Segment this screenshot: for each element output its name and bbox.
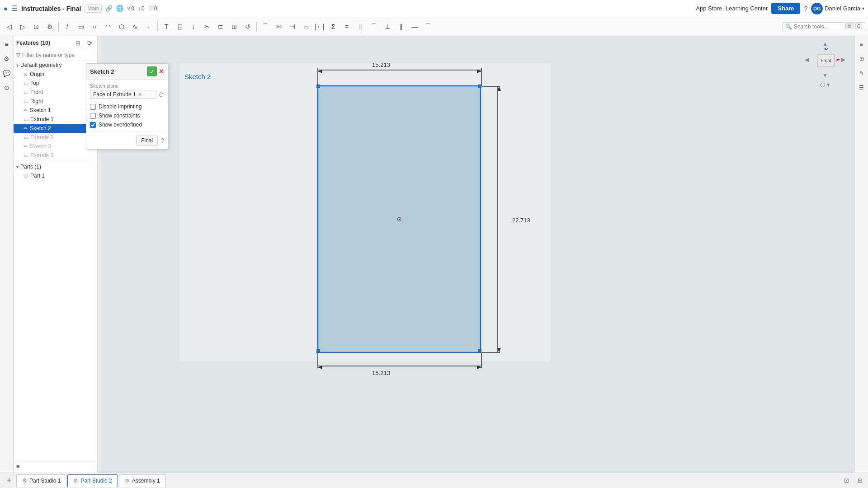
globe-icon[interactable]: 🌐 (116, 5, 123, 12)
panel-icon-refresh[interactable]: ⟳ (85, 38, 94, 48)
tool-equal[interactable]: = (340, 20, 353, 33)
view-display-btn[interactable]: ⬡ (820, 81, 825, 88)
panel-icon-filter[interactable]: ⊞ (73, 38, 83, 48)
tab-assembly-1[interactable]: ⚙ Assembly 1 (119, 474, 166, 487)
viewcube-right-arrow[interactable]: ▶ (841, 56, 845, 63)
search-tools[interactable]: 🔍 ⌘ C (782, 22, 865, 31)
viewcube-down-arrow[interactable]: ▼ (822, 72, 828, 79)
right-icon-3[interactable]: ✎ (856, 68, 867, 79)
sketch-plane-tag[interactable]: Face of Extrude 1 ✕ (90, 90, 156, 99)
tool-split[interactable]: ✂ (201, 20, 213, 33)
right-icon-1[interactable]: ≡ (856, 39, 867, 50)
tool-parallel[interactable]: ∥ (395, 20, 407, 33)
tool-project[interactable]: ↕ (187, 20, 200, 33)
add-tab-button[interactable]: + (3, 474, 15, 487)
side-icon-parts[interactable]: ⚙ (1, 53, 12, 64)
tree-item-sketch1[interactable]: ✏ Sketch 1 (14, 106, 97, 115)
tool-line[interactable]: / (61, 20, 74, 33)
plane-icon: ▭ (24, 99, 28, 104)
tree-item-front[interactable]: ▭ Front (14, 88, 97, 97)
tool-trim[interactable]: ✄ (273, 20, 285, 33)
tree-item-sketch2[interactable]: ✏ Sketch 2 (14, 124, 97, 133)
learning-center-button[interactable]: Learning Center (726, 5, 768, 12)
tool-settings[interactable]: ⚙ (43, 20, 56, 33)
tool-midpoint[interactable]: — (408, 20, 421, 33)
svg-text:Front: Front (821, 58, 831, 63)
panel-title: Features (10) (16, 40, 71, 46)
tool-polygon[interactable]: ⬡ (115, 20, 128, 33)
sketch-plane-timer-button[interactable]: ⏱ (158, 91, 164, 98)
sketch-plane-close-button[interactable]: ✕ (138, 92, 142, 98)
search-icon: 🔍 (785, 23, 792, 30)
tool-fillet[interactable]: ⌒ (259, 20, 272, 33)
help-button[interactable]: ? (804, 5, 807, 12)
tool-perpendicular[interactable]: ⊥ (381, 20, 394, 33)
viewcube-up-arrow[interactable]: ▲ (822, 41, 828, 47)
tool-text[interactable]: T (160, 20, 173, 33)
tool-bezier[interactable]: ∿ (129, 20, 142, 33)
app-store-button[interactable]: App Store (696, 5, 722, 12)
tree-item-sketch3[interactable]: ✏ Sketch 3 (14, 142, 97, 151)
tool-point[interactable]: · (142, 20, 155, 33)
tool-move-forward[interactable]: ▷ (16, 20, 29, 33)
view-toggle-btn[interactable]: ▾ (827, 81, 830, 88)
tree-item-right[interactable]: ▭ Right (14, 97, 97, 106)
tool-mirror[interactable]: ⊣ (286, 20, 299, 33)
tool-arc[interactable]: ◠ (102, 20, 114, 33)
tool-arc2[interactable]: ⌒ (422, 20, 434, 33)
tool-slot[interactable]: ⌺ (174, 20, 186, 33)
filter-input[interactable] (22, 52, 94, 58)
hamburger-icon[interactable]: ☰ (11, 4, 18, 13)
show-constraints-checkbox[interactable] (90, 113, 96, 119)
link-icon[interactable]: 🔗 (105, 5, 113, 12)
show-overdefined-checkbox[interactable] (90, 122, 96, 128)
sketch-close-button[interactable]: ✕ (159, 68, 164, 75)
bottom-tabs: + ⚙ Part Studio 1 ⚙ Part Studio 2 ⚙ Asse… (0, 473, 868, 488)
tool-coincident[interactable]: ‖ (354, 20, 367, 33)
final-button[interactable]: Final (136, 136, 158, 145)
tool-move-back[interactable]: ◁ (3, 20, 15, 33)
viewcube-left-arrow[interactable]: ◀ (805, 56, 809, 63)
right-icon-2[interactable]: ⊞ (856, 53, 867, 64)
tab-part-studio-1[interactable]: ⚙ Part Studio 1 (16, 474, 66, 487)
tool-offset[interactable]: ⊏ (214, 20, 227, 33)
tab-right-icon-2[interactable]: ⊞ (854, 475, 865, 486)
user-avatar[interactable]: DG Daniel Garcia ▾ (811, 3, 864, 14)
tree-item-origin[interactable]: ⊙ Origin (14, 70, 97, 79)
side-icon-notes[interactable]: 💬 (1, 68, 12, 79)
share-button[interactable]: Share (771, 3, 800, 14)
doc-branch-badge[interactable]: Main (85, 5, 102, 13)
viewcube[interactable]: Z X Front (810, 48, 840, 71)
search-input[interactable] (794, 23, 844, 30)
tool-auto-dim[interactable]: Σ (327, 20, 340, 33)
tree-item-label: Top (30, 80, 39, 86)
tool-sketch-fillet[interactable]: ⌓ (300, 20, 312, 33)
right-icon-4[interactable]: ☰ (856, 82, 867, 93)
panel-list-view[interactable]: ≡ (16, 463, 20, 470)
tool-circle[interactable]: ○ (88, 20, 101, 33)
sketch-help-button[interactable]: ? (160, 137, 164, 144)
tool-transform[interactable]: ↺ (241, 20, 254, 33)
disable-imprinting-checkbox[interactable] (90, 104, 96, 110)
tree-item-label: Sketch 2 (30, 125, 51, 131)
default-geometry-group[interactable]: ▾ Default geometry (14, 61, 97, 70)
tool-pattern[interactable]: ⊞ (228, 20, 241, 33)
tree-item-part1[interactable]: ⬡ Part 1 (14, 171, 97, 180)
tree-item-top[interactable]: ▭ Top (14, 79, 97, 88)
sketch-confirm-button[interactable]: ✓ (147, 66, 157, 76)
canvas-area[interactable]: Sketch 2 15.213 15.213 (98, 36, 868, 473)
side-icon-features[interactable]: ≡ (1, 39, 12, 50)
side-icon-measure[interactable]: ⊙ (1, 82, 12, 93)
avatar-circle: DG (811, 3, 823, 14)
tab-part-studio-2[interactable]: ⚙ Part Studio 2 (67, 474, 118, 487)
tool-dimension[interactable]: |←| (313, 20, 326, 33)
parts-group[interactable]: ▾ Parts (1) (14, 162, 97, 171)
tree-item-extrude2[interactable]: ▭ Extrude 2 (14, 133, 97, 142)
tool-tangent[interactable]: ⌒ (368, 20, 380, 33)
tool-rebuild[interactable]: ⊡ (30, 20, 42, 33)
tree-item-extrude1[interactable]: ▭ Extrude 1 (14, 115, 97, 124)
tree-item-extrude3[interactable]: ▭ Extrude 3 (14, 151, 97, 160)
extrude-icon: ▭ (24, 135, 28, 141)
tool-rectangle[interactable]: ▭ (75, 20, 87, 33)
tab-right-icon-1[interactable]: ⊡ (841, 475, 852, 486)
